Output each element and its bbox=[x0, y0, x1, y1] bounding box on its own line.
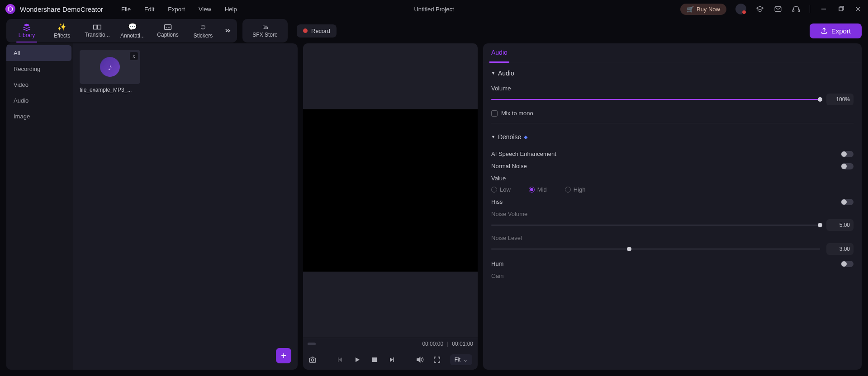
hiss-toggle[interactable] bbox=[841, 199, 854, 205]
sidebar-item-video[interactable]: Video bbox=[6, 77, 73, 93]
collapse-icon: ▼ bbox=[491, 135, 495, 139]
properties-body: ▼ Audio Volume 100% Mix to mono ▼ Denois… bbox=[483, 63, 862, 370]
tab-transitions[interactable]: Transitio... bbox=[80, 19, 115, 42]
tab-label: Effects bbox=[54, 33, 70, 39]
time-display: 00:00:00 | 00:01:00 bbox=[422, 341, 473, 347]
volume-slider[interactable] bbox=[491, 99, 820, 100]
section-denoise[interactable]: ▼ Denoise ◆ bbox=[491, 127, 854, 145]
next-frame-icon[interactable] bbox=[388, 356, 396, 364]
ai-speech-label: AI Speech Enhancement bbox=[491, 150, 556, 157]
fullscreen-icon[interactable] bbox=[433, 356, 441, 364]
section-audio[interactable]: ▼ Audio bbox=[491, 63, 854, 81]
sidebar-item-audio[interactable]: Audio bbox=[6, 93, 73, 108]
upload-icon bbox=[821, 27, 828, 34]
avatar-icon[interactable] bbox=[735, 4, 746, 14]
library-sidebar: All Recording Video Audio Image bbox=[6, 43, 73, 370]
preview-viewport: 00:00:00 | 00:01:00 Fit ⌄ bbox=[303, 43, 478, 370]
checkbox-icon bbox=[491, 110, 498, 117]
noise-volume-slider[interactable] bbox=[491, 225, 820, 226]
ai-speech-toggle[interactable] bbox=[841, 151, 854, 157]
radio-low[interactable]: Low bbox=[491, 186, 511, 193]
svg-rect-8 bbox=[94, 25, 97, 29]
hum-toggle[interactable] bbox=[841, 261, 854, 267]
tab-label: Captions bbox=[157, 32, 178, 38]
noise-volume-value[interactable]: 5.00 bbox=[826, 219, 854, 231]
tab-library[interactable]: Library bbox=[9, 19, 44, 42]
tab-captions[interactable]: Captions bbox=[150, 19, 185, 42]
buy-now-label: Buy Now bbox=[697, 6, 720, 13]
sidebar-item-recording[interactable]: Recording bbox=[6, 61, 73, 77]
prev-frame-icon[interactable] bbox=[336, 356, 344, 364]
tab-sfx-store[interactable]: 🛍 SFX Store bbox=[242, 19, 288, 42]
section-title: Audio bbox=[498, 70, 514, 77]
app-title: Wondershare DemoCreator bbox=[20, 5, 103, 13]
tab-effects[interactable]: ✨ Effects bbox=[44, 19, 80, 42]
svg-rect-2 bbox=[793, 10, 794, 12]
stop-icon[interactable] bbox=[370, 356, 379, 364]
divider bbox=[491, 123, 854, 123]
close-icon[interactable] bbox=[854, 5, 863, 14]
annotations-icon: 💬 bbox=[128, 23, 137, 31]
maximize-icon[interactable] bbox=[836, 5, 845, 14]
effects-icon: ✨ bbox=[57, 23, 66, 31]
tab-annotations[interactable]: 💬 Annotati... bbox=[115, 19, 150, 42]
mail-icon[interactable] bbox=[773, 5, 783, 14]
academy-icon[interactable] bbox=[755, 5, 764, 14]
noise-level-slider[interactable] bbox=[491, 249, 820, 249]
time-total: 00:01:00 bbox=[452, 341, 473, 347]
properties-tabs: Audio bbox=[483, 43, 862, 63]
captions-icon bbox=[164, 24, 172, 30]
noise-level-value[interactable]: 3.00 bbox=[826, 243, 854, 255]
svg-point-14 bbox=[311, 359, 313, 361]
svg-rect-9 bbox=[98, 25, 101, 29]
record-button[interactable]: Record bbox=[297, 24, 337, 38]
main-area: All Recording Video Audio Image ♪ ♫ file… bbox=[0, 43, 868, 376]
snapshot-icon[interactable] bbox=[308, 356, 317, 364]
menu-export[interactable]: Export bbox=[168, 6, 185, 13]
transitions-icon bbox=[93, 24, 101, 30]
tab-label: Library bbox=[19, 32, 35, 38]
premium-diamond-icon: ◆ bbox=[524, 134, 527, 140]
menu-view[interactable]: View bbox=[199, 6, 211, 13]
headset-icon[interactable] bbox=[792, 5, 801, 14]
tab-label: Annotati... bbox=[120, 33, 145, 39]
menu-edit[interactable]: Edit bbox=[144, 6, 154, 13]
hiss-label: Hiss bbox=[491, 198, 503, 205]
sidebar-item-all[interactable]: All bbox=[6, 45, 71, 61]
radio-high[interactable]: High bbox=[565, 186, 586, 193]
sidebar-item-image[interactable]: Image bbox=[6, 108, 73, 124]
props-tab-audio[interactable]: Audio bbox=[489, 43, 509, 63]
media-grid: ♪ ♫ file_example_MP3_... + bbox=[73, 43, 298, 370]
main-tabs: Library ✨ Effects Transitio... 💬 Annotat… bbox=[6, 19, 237, 42]
properties-panel: Audio ▼ Audio Volume 100% Mix to mono bbox=[483, 43, 862, 370]
media-thumbnail: ♪ ♫ bbox=[80, 50, 140, 84]
preview-panel: 00:00:00 | 00:01:00 Fit ⌄ bbox=[303, 43, 478, 370]
preview-seekbar: 00:00:00 | 00:01:00 bbox=[303, 338, 478, 350]
add-media-button[interactable]: + bbox=[276, 348, 291, 363]
minimize-icon[interactable] bbox=[819, 5, 828, 14]
more-tabs-icon[interactable] bbox=[221, 19, 234, 42]
svg-rect-15 bbox=[338, 357, 339, 362]
buy-now-button[interactable]: 🛒 Buy Now bbox=[680, 4, 726, 15]
export-label: Export bbox=[831, 27, 851, 35]
titlebar: Wondershare DemoCreator File Edit Export… bbox=[0, 0, 868, 18]
stickers-icon: ☺ bbox=[199, 23, 207, 31]
menu-file[interactable]: File bbox=[121, 6, 131, 13]
menu-bar: File Edit Export View Help bbox=[121, 6, 237, 13]
volume-value[interactable]: 100% bbox=[826, 94, 854, 105]
music-note-icon: ♪ bbox=[100, 57, 120, 77]
volume-icon[interactable] bbox=[416, 356, 424, 364]
cart-icon: 🛒 bbox=[687, 6, 694, 13]
normal-noise-label: Normal Noise bbox=[491, 163, 527, 169]
mix-mono-checkbox[interactable]: Mix to mono bbox=[491, 110, 854, 117]
collapse-icon: ▼ bbox=[491, 71, 495, 75]
radio-mid[interactable]: Mid bbox=[529, 186, 547, 193]
export-button[interactable]: Export bbox=[810, 24, 862, 38]
menu-help[interactable]: Help bbox=[225, 6, 237, 13]
normal-noise-toggle[interactable] bbox=[841, 163, 854, 169]
tab-stickers[interactable]: ☺ Stickers bbox=[185, 19, 221, 42]
play-icon[interactable] bbox=[353, 356, 361, 364]
media-item[interactable]: ♪ ♫ file_example_MP3_... bbox=[80, 50, 140, 93]
zoom-fit-dropdown[interactable]: Fit ⌄ bbox=[450, 354, 472, 365]
seek-handle[interactable] bbox=[308, 343, 316, 345]
